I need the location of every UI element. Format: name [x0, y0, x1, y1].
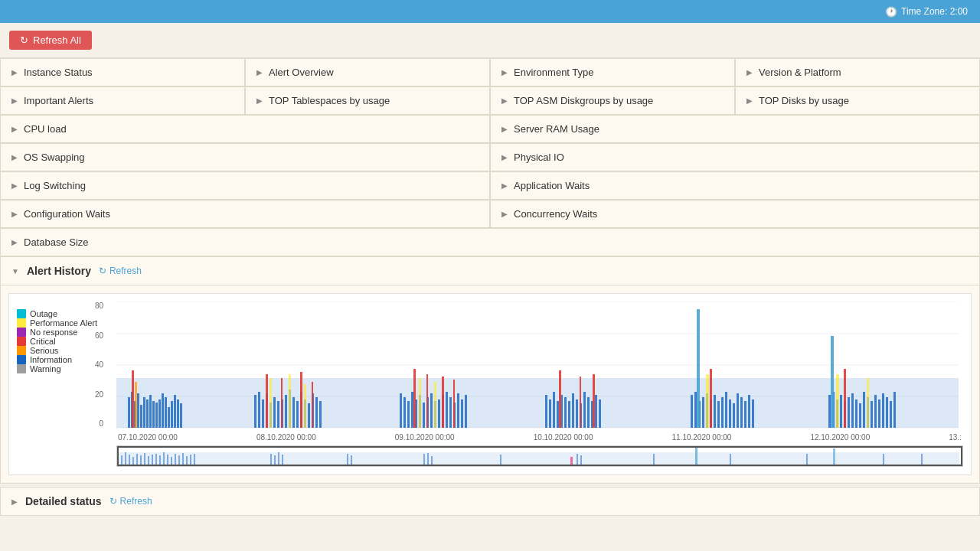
expand-arrow: ▶ [256, 96, 263, 105]
svg-rect-165 [152, 455, 153, 467]
svg-rect-178 [274, 455, 276, 467]
svg-rect-82 [572, 393, 574, 428]
svg-rect-36 [292, 397, 295, 428]
svg-rect-61 [438, 399, 440, 428]
svg-rect-52 [403, 397, 406, 428]
expand-arrow: ▶ [11, 210, 18, 218]
svg-rect-26 [254, 395, 256, 428]
svg-rect-193 [833, 448, 835, 467]
svg-rect-49 [289, 374, 291, 428]
svg-rect-94 [694, 392, 697, 428]
expand-arrow: ▶ [11, 497, 18, 506]
svg-rect-121 [859, 403, 861, 428]
svg-rect-101 [721, 397, 724, 428]
svg-rect-13 [149, 395, 152, 428]
legend-no-response: No response [17, 328, 97, 337]
expand-arrow: ▶ [11, 125, 18, 133]
legend-serious: Serious [17, 346, 97, 355]
panel-log-switching[interactable]: ▶ Log Switching [0, 171, 490, 200]
detailed-status-title: Detailed status [25, 495, 102, 507]
timezone-label: Time Zone: 2:00 [901, 6, 968, 17]
svg-rect-15 [155, 403, 158, 428]
svg-rect-174 [186, 456, 188, 467]
svg-rect-161 [136, 454, 138, 467]
mini-chart-svg [117, 446, 959, 467]
panel-physical-io[interactable]: ▶ Physical IO [490, 143, 980, 171]
svg-rect-93 [691, 395, 693, 428]
svg-rect-90 [559, 370, 561, 428]
svg-rect-119 [851, 393, 854, 428]
svg-rect-57 [423, 403, 425, 428]
panel-version-platform[interactable]: ▶ Version & Platform [735, 58, 980, 86]
svg-rect-134 [867, 378, 869, 428]
panel-row-4: ▶ OS Swapping ▶ Physical IO [0, 143, 980, 171]
expand-arrow: ▶ [501, 153, 508, 161]
panel-top-disks[interactable]: ▶ TOP Disks by usage [735, 86, 980, 115]
legend-critical: Critical [17, 337, 97, 346]
panel-environment-type[interactable]: ▶ Environment Type [490, 58, 735, 86]
svg-rect-110 [697, 309, 700, 428]
svg-rect-182 [351, 455, 352, 467]
svg-rect-163 [144, 453, 145, 467]
refresh-icon: ↻ [20, 34, 28, 46]
svg-rect-59 [430, 393, 433, 428]
alert-history-refresh-button[interactable]: ↻ Refresh [99, 266, 142, 276]
panel-concurrency-waits[interactable]: ▶ Concurrency Waits [490, 200, 980, 228]
svg-rect-109 [752, 399, 754, 428]
panel-server-ram[interactable]: ▶ Server RAM Usage [490, 115, 980, 143]
panel-cpu-load[interactable]: ▶ CPU load [0, 115, 490, 143]
svg-rect-31 [273, 397, 276, 428]
expand-arrow: ▶ [501, 210, 508, 218]
svg-rect-157 [121, 455, 122, 467]
expand-arrow: ▶ [501, 125, 508, 133]
expand-arrow: ▶ [11, 68, 18, 77]
panel-alert-overview[interactable]: ▶ Alert Overview [245, 58, 490, 86]
svg-rect-25 [135, 382, 137, 428]
svg-rect-34 [285, 395, 287, 428]
svg-rect-92 [593, 374, 595, 428]
y-axis-labels: 80 60 40 20 0 [95, 302, 103, 428]
panel-database-size[interactable]: ▶ Database Size [0, 228, 980, 256]
svg-rect-68 [465, 395, 467, 428]
svg-rect-63 [446, 392, 448, 428]
panel-row-5: ▶ Log Switching ▶ Application Waits [0, 171, 980, 200]
legend-color-noresponse [17, 328, 26, 337]
panel-row-7: ▶ Database Size [0, 228, 980, 256]
panel-os-swapping[interactable]: ▶ OS Swapping [0, 143, 490, 171]
svg-rect-168 [163, 452, 165, 467]
svg-rect-190 [695, 446, 697, 467]
expand-arrow: ▶ [11, 96, 18, 105]
legend-color-information [17, 355, 26, 364]
detailed-status-section[interactable]: ▶ Detailed status ↻ Refresh [0, 487, 980, 516]
svg-rect-180 [282, 455, 283, 467]
panel-top-asm[interactable]: ▶ TOP ASM Diskgroups by usage [490, 86, 735, 115]
svg-rect-47 [312, 382, 313, 428]
panel-important-alerts[interactable]: ▶ Important Alerts [0, 86, 245, 115]
refresh-all-button[interactable]: ↻ Refresh All [9, 31, 92, 50]
svg-rect-187 [577, 454, 578, 467]
svg-rect-132 [844, 369, 846, 428]
refresh-icon: ↻ [109, 496, 117, 507]
alert-history-title: Alert History [27, 265, 91, 277]
panel-row-1: ▶ Instance Status ▶ Alert Overview ▶ Env… [0, 58, 980, 86]
svg-rect-32 [277, 401, 279, 428]
top-bar: 🕐 Time Zone: 2:00 [0, 0, 980, 23]
svg-rect-164 [148, 456, 149, 467]
panel-configuration-waits[interactable]: ▶ Configuration Waits [0, 200, 490, 228]
svg-rect-19 [168, 407, 170, 428]
svg-rect-100 [717, 401, 720, 428]
svg-rect-120 [855, 399, 858, 428]
svg-rect-53 [407, 401, 410, 428]
svg-rect-113 [828, 395, 831, 428]
svg-rect-160 [132, 457, 134, 467]
main-chart-svg: // We'll render this with inline rects r… [116, 302, 959, 432]
svg-rect-191 [730, 454, 731, 467]
panel-instance-status[interactable]: ▶ Instance Status [0, 58, 245, 86]
svg-rect-20 [171, 401, 173, 428]
svg-rect-127 [882, 393, 884, 428]
detailed-status-refresh-button[interactable]: ↻ Refresh [109, 496, 152, 507]
legend-warning: Warning [17, 364, 97, 373]
panel-application-waits[interactable]: ▶ Application Waits [490, 171, 980, 200]
svg-rect-14 [152, 401, 155, 428]
panel-top-tablespaces[interactable]: ▶ TOP Tablespaces by usage [245, 86, 490, 115]
